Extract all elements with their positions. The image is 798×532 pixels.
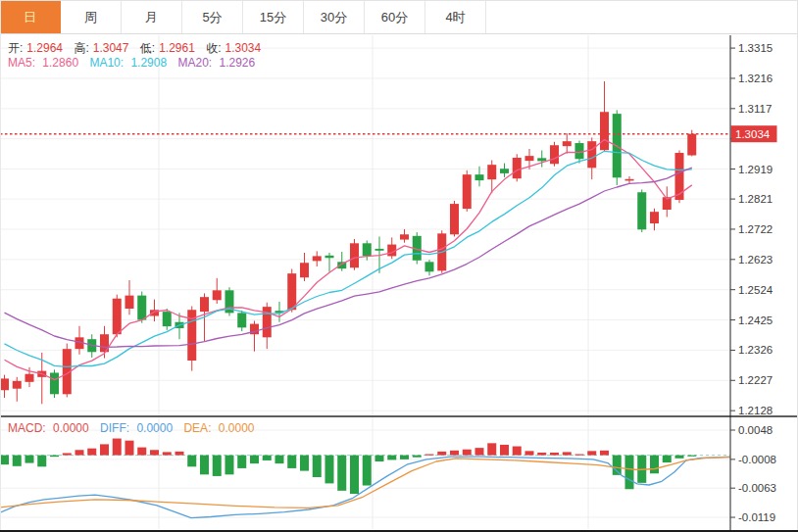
price-axis-label: 1.3315 [738,42,773,54]
candle-body [637,192,646,229]
candle-body [213,290,222,300]
candle-body [25,374,34,382]
macd-histogram-bar [200,456,209,475]
macd-histogram-bar [163,452,172,455]
tab-5min[interactable]: 5分 [182,1,243,33]
left-border [0,1,1,532]
macd-axis-label: -0.0119 [738,511,775,523]
candle-body [287,273,296,310]
macd-histogram-bar [587,451,596,455]
tab-day[interactable]: 日 [0,1,61,33]
macd-histogram-bar [400,456,409,459]
price-axis-label: 1.2524 [738,284,773,296]
price-axis-label: 1.2919 [738,164,773,175]
macd-histogram-bar [137,448,146,456]
candle-body [650,212,659,223]
macd-histogram-bar [613,456,622,475]
macd-histogram-bar [87,449,96,456]
macd-histogram-bar [0,456,9,465]
macd-histogram-bar [287,456,296,468]
candle-body [237,313,246,327]
macd-histogram-bar [350,456,359,494]
macd-histogram-bar [337,456,346,491]
candle-body [575,143,584,159]
candle-body [0,378,9,390]
tab-30min[interactable]: 30分 [304,1,365,33]
macd-histogram-bar [313,456,322,477]
macd-axis-label: 0.0048 [738,424,773,436]
candle-body [50,372,59,394]
macd-histogram-bar [537,453,546,456]
candle-body [563,141,572,146]
macd-histogram-bar [513,447,522,456]
macd-histogram-bar [100,444,109,455]
price-axis-label: 1.2722 [738,223,773,235]
candle-body [313,256,322,261]
price-axis-label: 1.3117 [738,103,772,115]
candle-body [13,381,22,389]
macd-histogram-bar [463,450,472,456]
macd-histogram-bar [237,456,246,468]
candle-body [113,299,122,334]
macd-histogram-bar [413,456,422,458]
macd-histogram-bar [500,445,509,456]
tab-month[interactable]: 月 [122,1,182,33]
macd-histogram-bar [275,456,284,464]
candle-body [675,153,684,200]
candle-body [125,296,134,309]
macd-axis-label: -0.0008 [738,454,776,465]
macd-histogram-bar [600,451,609,456]
candle-body [500,169,509,173]
macd-histogram-bar [13,456,22,466]
macd-histogram-bar [437,452,446,456]
price-axis-label: 1.2128 [738,405,773,416]
candle-body [363,243,372,256]
tab-week[interactable]: 周 [61,1,122,33]
macd-histogram-bar [75,450,84,455]
macd-histogram-bar [425,455,434,456]
price-axis-label: 1.3216 [738,73,773,84]
candle-body [325,256,334,258]
macd-histogram-bar [250,456,259,464]
candle-body [463,174,472,209]
macd-histogram-bar [675,456,684,459]
macd-histogram-bar [150,450,159,455]
macd-histogram-bar [25,456,34,463]
candle-body [137,296,146,320]
macd-histogram-bar [213,456,222,476]
macd-histogram-bar [263,456,272,460]
macd-histogram-bar [187,456,196,467]
macd-histogram-bar [550,453,559,456]
tab-15min[interactable]: 15分 [243,1,304,33]
macd-histogram-bar [375,456,384,461]
candle-body [350,243,359,267]
tab-60min[interactable]: 60分 [365,1,425,33]
macd-histogram-bar [625,456,634,490]
candle-body [375,249,384,251]
price-axis-label: 1.2821 [738,193,773,205]
macd-histogram-bar [687,456,696,457]
macd-histogram-bar [113,439,122,456]
macd-histogram-bar [63,453,72,455]
macd-histogram-bar [125,441,134,456]
candle-body [550,145,559,164]
price-axis-label: 1.2425 [738,314,773,326]
macd-histogram-bar [475,448,484,455]
candle-body [300,263,309,277]
candle-body [625,179,634,181]
candle-body [200,297,209,312]
candlestick-chart-canvas[interactable]: 1.33151.32161.31171.29191.28211.27221.26… [0,1,798,532]
current-price-badge-value: 1.3034 [735,128,771,140]
tab-4hour[interactable]: 4时 [425,1,486,33]
macd-histogram-bar [525,451,534,455]
candle-body [687,134,696,156]
macd-histogram-bar [300,456,309,471]
candle-body [587,141,596,168]
macd-histogram-bar [387,456,396,460]
price-axis-label: 1.2227 [738,374,773,386]
candle-body [425,262,434,271]
candle-body [537,158,546,161]
macd-histogram-bar [450,451,459,456]
macd-histogram-bar [575,455,584,456]
macd-histogram-bar [225,456,234,475]
